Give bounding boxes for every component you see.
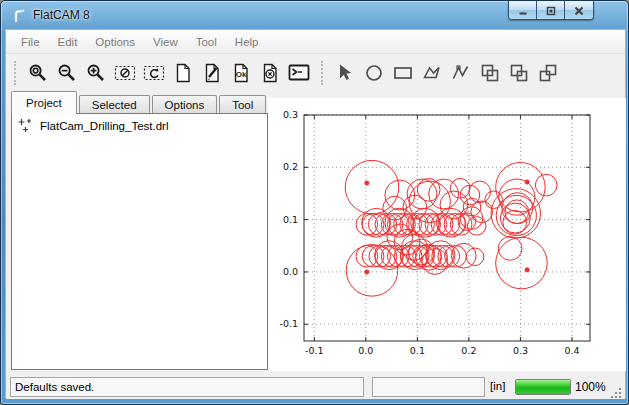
drill-hole — [491, 189, 540, 238]
drill-hole — [445, 245, 467, 267]
svg-text:Ok: Ok — [235, 70, 246, 79]
new-project-icon — [172, 62, 194, 84]
plot-canvas[interactable]: -0.10.00.10.20.30.4-0.10.00.10.20.3 — [268, 98, 626, 371]
menu-help[interactable]: Help — [226, 33, 268, 51]
select-button[interactable] — [330, 59, 359, 87]
tree-item-label: FlatCam_Drilling_Test.drl — [40, 120, 168, 132]
toolbar: Ok — [6, 55, 625, 91]
accept-ok-button[interactable]: Ok — [226, 59, 255, 87]
menu-view[interactable]: View — [144, 33, 187, 51]
zoom-out-button[interactable] — [52, 59, 81, 87]
draw-rectangle-icon — [392, 62, 414, 84]
y-tick-label: 0.2 — [283, 161, 298, 172]
progress-percent-label: 100% — [575, 380, 606, 394]
menu-options[interactable]: Options — [86, 33, 144, 51]
drill-hole — [432, 245, 454, 267]
drill-hole — [365, 270, 369, 274]
drill-hole — [362, 245, 384, 267]
progress-fill — [516, 380, 570, 394]
shell-icon — [288, 62, 310, 84]
draw-path-icon — [450, 62, 472, 84]
close-button[interactable] — [565, 1, 593, 20]
progress-bar — [515, 379, 571, 395]
drill-hole — [438, 214, 460, 236]
accept-ok-icon: Ok — [230, 62, 252, 84]
x-tick-label: -0.1 — [305, 345, 324, 356]
draw-rectangle-button[interactable] — [388, 59, 417, 87]
zoom-out-icon — [56, 62, 78, 84]
drill-hole — [499, 179, 535, 215]
shell-button[interactable] — [284, 59, 313, 87]
intersection-icon — [508, 62, 530, 84]
drill-icon — [18, 118, 33, 133]
units-label: [in] — [490, 380, 505, 392]
x-tick-label: 0.4 — [564, 345, 579, 356]
zoom-fit-button[interactable] — [23, 59, 52, 87]
replot-icon — [143, 62, 165, 84]
edit-object-button[interactable] — [197, 59, 226, 87]
drill-hole — [394, 229, 420, 255]
drill-hole — [471, 201, 493, 223]
draw-path-button[interactable] — [446, 59, 475, 87]
y-tick-label: 0.0 — [283, 266, 298, 277]
delete-object-icon — [259, 62, 281, 84]
drill-hole — [429, 179, 459, 209]
menu-file[interactable]: File — [12, 33, 49, 51]
zoom-fit-icon — [27, 62, 49, 84]
subtract-button[interactable] — [533, 59, 562, 87]
drill-hole — [375, 241, 404, 270]
draw-circle-icon — [363, 62, 385, 84]
draw-circle-button[interactable] — [359, 59, 388, 87]
drill-hole — [365, 181, 369, 185]
zoom-in-icon — [85, 62, 107, 84]
project-tree: FlatCam_Drilling_Test.drl — [11, 113, 268, 370]
select-icon — [334, 62, 356, 84]
tree-item[interactable]: FlatCam_Drilling_Test.drl — [12, 114, 267, 135]
resize-grip[interactable] — [611, 385, 622, 396]
y-tick-label: -0.1 — [279, 318, 298, 329]
union-button[interactable] — [475, 59, 504, 87]
caption-buttons — [508, 1, 594, 20]
union-icon — [479, 62, 501, 84]
y-tick-label: 0.3 — [283, 109, 298, 120]
flatcam-window: FlatCAM 8 FileEditOptionsViewToolHelp Ok… — [0, 0, 629, 405]
intersection-button[interactable] — [504, 59, 533, 87]
menu-bar: FileEditOptionsViewToolHelp — [6, 30, 625, 54]
tab-selected[interactable]: Selected — [79, 95, 150, 114]
x-tick-label: 0.1 — [410, 345, 425, 356]
subtract-icon — [537, 62, 559, 84]
window-title: FlatCAM 8 — [33, 8, 90, 22]
drill-hole — [362, 208, 391, 237]
zoom-in-button[interactable] — [81, 59, 110, 87]
x-tick-label: 0.3 — [513, 345, 528, 356]
status-activity-field — [372, 377, 485, 397]
toolbar-handle[interactable] — [14, 61, 17, 85]
draw-polygon-button[interactable] — [417, 59, 446, 87]
maximize-button[interactable] — [537, 1, 565, 20]
drill-hole — [345, 160, 399, 214]
new-project-button[interactable] — [168, 59, 197, 87]
tab-options[interactable]: Options — [152, 95, 218, 114]
tab-tool[interactable]: Tool — [219, 95, 266, 114]
menu-tool[interactable]: Tool — [187, 33, 226, 51]
drill-hole — [535, 174, 557, 196]
drill-hole — [525, 268, 529, 272]
edit-object-icon — [201, 62, 223, 84]
title-bar[interactable]: FlatCAM 8 — [1, 1, 628, 29]
x-tick-label: 0.2 — [461, 345, 476, 356]
drill-hole — [381, 245, 403, 267]
axes-frame — [304, 115, 590, 341]
menu-edit[interactable]: Edit — [49, 33, 87, 51]
flatcam-logo-icon — [11, 7, 27, 23]
delete-object-button[interactable] — [255, 59, 284, 87]
draw-polygon-icon — [421, 62, 443, 84]
drill-hole — [356, 214, 378, 236]
y-tick-label: 0.1 — [283, 214, 298, 225]
tab-project[interactable]: Project — [11, 91, 77, 114]
toolbar-handle[interactable] — [321, 61, 324, 85]
clear-plot-button[interactable] — [110, 59, 139, 87]
x-tick-label: 0.0 — [358, 345, 373, 356]
clear-plot-icon — [114, 62, 136, 84]
minimize-button[interactable] — [509, 1, 537, 20]
replot-button[interactable] — [139, 59, 168, 87]
